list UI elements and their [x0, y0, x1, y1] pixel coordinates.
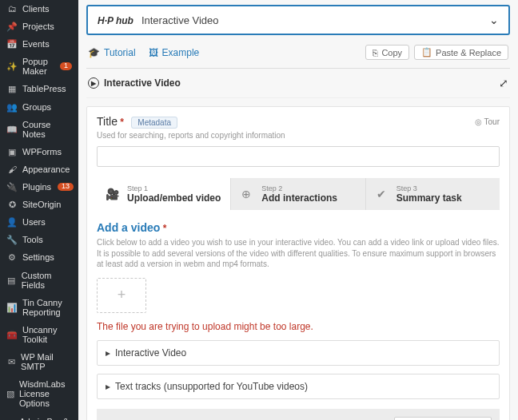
- menu-icon: 👥: [6, 102, 18, 112]
- sidebar-item-clients[interactable]: 🗂Clients: [0, 0, 78, 18]
- accordion-text-tracks[interactable]: ▸Text tracks (unsupported for YouTube vi…: [97, 374, 500, 399]
- required-icon: *: [118, 117, 124, 128]
- section-header: ▶Interactive Video ⤢: [86, 69, 510, 98]
- paste-icon: 📋: [421, 47, 432, 57]
- metadata-button[interactable]: Metadata: [131, 117, 177, 129]
- sidebar-item-label: WisdmLabs License Options: [19, 379, 72, 408]
- menu-icon: ▣: [6, 147, 18, 157]
- sidebar-item-label: Plugins: [22, 182, 51, 192]
- sidebar-item-admin-bar-dash[interactable]: ⚙Admin Bar & Dash: [0, 413, 78, 420]
- h5p-brand: H·P hub: [98, 15, 133, 26]
- sidebar-item-label: Clients: [22, 4, 50, 14]
- next-step-bar: Next Step ⊕ Add interactions ›: [97, 409, 500, 421]
- paste-replace-button[interactable]: 📋Paste & Replace: [414, 45, 508, 60]
- video-camera-icon: 🎥: [105, 187, 119, 201]
- sidebar-item-tin-canny-reporting[interactable]: 📊Tin Canny Reporting: [0, 294, 78, 321]
- step2-num: Step 2: [261, 184, 337, 192]
- menu-icon: 🖌: [6, 164, 18, 174]
- menu-icon: ▧: [6, 389, 14, 398]
- accordion-interactive-video[interactable]: ▸Interactive Video: [97, 340, 500, 366]
- title-help: Used for searching, reports and copyrigh…: [97, 131, 500, 140]
- section-title: Interactive Video: [104, 77, 181, 89]
- sidebar-item-label: Popup Maker: [22, 57, 54, 76]
- sidebar-item-label: TablePress: [22, 84, 66, 93]
- menu-icon: 🗂: [6, 4, 18, 14]
- sidebar-item-label: WPForms: [22, 147, 62, 157]
- sidebar-item-appearance[interactable]: 🖌Appearance: [0, 160, 78, 178]
- menu-icon: 🔌: [6, 182, 18, 192]
- sidebar-item-uncanny-toolkit[interactable]: 🧰Uncanny Toolkit: [0, 321, 78, 348]
- paste-label: Paste & Replace: [436, 48, 501, 57]
- sidebar-item-siteorigin[interactable]: ✪SiteOrigin: [0, 196, 78, 213]
- sidebar-item-label: Projects: [22, 22, 54, 31]
- copy-icon: ⎘: [373, 48, 378, 57]
- menu-icon: ▤: [6, 275, 17, 285]
- sidebar-item-groups[interactable]: 👥Groups: [0, 98, 78, 116]
- step-interactions[interactable]: ⊕ Step 2Add interactions: [231, 178, 365, 210]
- tab-example[interactable]: 🖼Example: [149, 47, 200, 58]
- steps-tabs: 🎥 Step 1Upload/embed video ⊕ Step 2Add i…: [97, 178, 500, 210]
- sidebar-item-label: Custom Fields: [22, 271, 72, 290]
- next-step-button[interactable]: Next Step ⊕ Add interactions ›: [394, 417, 492, 421]
- menu-icon: ✪: [6, 200, 18, 209]
- step3-label: Summary task: [396, 192, 462, 204]
- step1-label: Upload/embed video: [127, 192, 221, 204]
- menu-icon: 📖: [6, 125, 18, 134]
- sidebar-item-label: Groups: [22, 102, 51, 112]
- interaction-icon: ⊕: [239, 187, 253, 201]
- sidebar-item-custom-fields[interactable]: ▤Custom Fields: [0, 267, 78, 294]
- expand-icon[interactable]: ⤢: [499, 77, 508, 89]
- menu-icon: 📊: [6, 303, 18, 312]
- tour-button[interactable]: ◎Tour: [475, 117, 500, 126]
- sidebar-item-wp-mail-smtp[interactable]: ✉WP Mail SMTP: [0, 348, 78, 375]
- main-content: H·P hubInteractive Video ⌄ 🎓Tutorial 🖼Ex…: [78, 0, 518, 420]
- video-dropzone[interactable]: +: [97, 278, 146, 313]
- title-input[interactable]: [97, 146, 500, 167]
- menu-icon: 🔧: [6, 235, 18, 244]
- sidebar-item-wisdmlabs-license-options[interactable]: ▧WisdmLabs License Options: [0, 375, 78, 412]
- sidebar-item-settings[interactable]: ⚙Settings: [0, 248, 78, 266]
- sidebar-item-label: Settings: [22, 252, 54, 262]
- tab-tutorial[interactable]: 🎓Tutorial: [88, 47, 136, 58]
- sidebar-item-label: WP Mail SMTP: [21, 352, 72, 371]
- step-upload[interactable]: 🎥 Step 1Upload/embed video: [97, 178, 231, 210]
- sidebar-item-label: Tools: [22, 235, 43, 244]
- menu-icon: 📌: [6, 22, 18, 31]
- menu-icon: ✉: [6, 357, 16, 367]
- sidebar-item-projects[interactable]: 📌Projects: [0, 18, 78, 35]
- step-summary[interactable]: ✔ Step 3Summary task: [366, 178, 500, 210]
- sidebar-item-label: Admin Bar & Dash: [19, 417, 72, 420]
- tab-tutorial-label: Tutorial: [104, 47, 136, 58]
- menu-icon: 👤: [6, 217, 18, 227]
- sidebar-item-wpforms[interactable]: ▣WPForms: [0, 143, 78, 160]
- menu-icon: 📅: [6, 39, 18, 49]
- add-video-heading: Add a video: [97, 221, 160, 234]
- content-type-selector[interactable]: H·P hubInteractive Video ⌄: [86, 5, 510, 35]
- step1-num: Step 1: [127, 184, 221, 192]
- check-circle-icon: ✔: [374, 187, 388, 201]
- tabs-row: 🎓Tutorial 🖼Example ⎘Copy 📋Paste & Replac…: [86, 42, 510, 69]
- image-icon: 🖼: [149, 47, 158, 58]
- copy-button[interactable]: ⎘Copy: [365, 45, 409, 60]
- copy-label: Copy: [381, 48, 402, 57]
- sidebar-item-label: SiteOrigin: [22, 200, 61, 209]
- tour-label: Tour: [484, 117, 500, 126]
- sidebar-item-tablepress[interactable]: ▦TablePress: [0, 80, 78, 97]
- sidebar-item-plugins[interactable]: 🔌Plugins13: [0, 178, 78, 196]
- sidebar-item-events[interactable]: 📅Events: [0, 35, 78, 53]
- sidebar-item-course-notes[interactable]: 📖Course Notes: [0, 116, 78, 143]
- upload-error: The file you are trying to upload might …: [97, 321, 500, 332]
- tab-example-label: Example: [162, 47, 200, 58]
- acc-iv-label: Interactive Video: [115, 347, 186, 359]
- acc-tt-label: Text tracks (unsupported for YouTube vid…: [115, 381, 308, 392]
- sidebar-item-users[interactable]: 👤Users: [0, 213, 78, 231]
- sidebar-item-tools[interactable]: 🔧Tools: [0, 231, 78, 248]
- add-video-section: Add a video * Click below to add a video…: [97, 221, 500, 332]
- step2-label: Add interactions: [261, 192, 337, 204]
- sidebar-item-popup-maker[interactable]: ✨Popup Maker1: [0, 53, 78, 80]
- menu-icon: 🧰: [6, 330, 18, 339]
- editor-panel: Title * Metadata ◎Tour Used for searchin…: [86, 106, 510, 420]
- plus-icon: +: [118, 287, 126, 303]
- required-icon: *: [160, 223, 166, 234]
- play-circle-icon: ▶: [88, 77, 99, 89]
